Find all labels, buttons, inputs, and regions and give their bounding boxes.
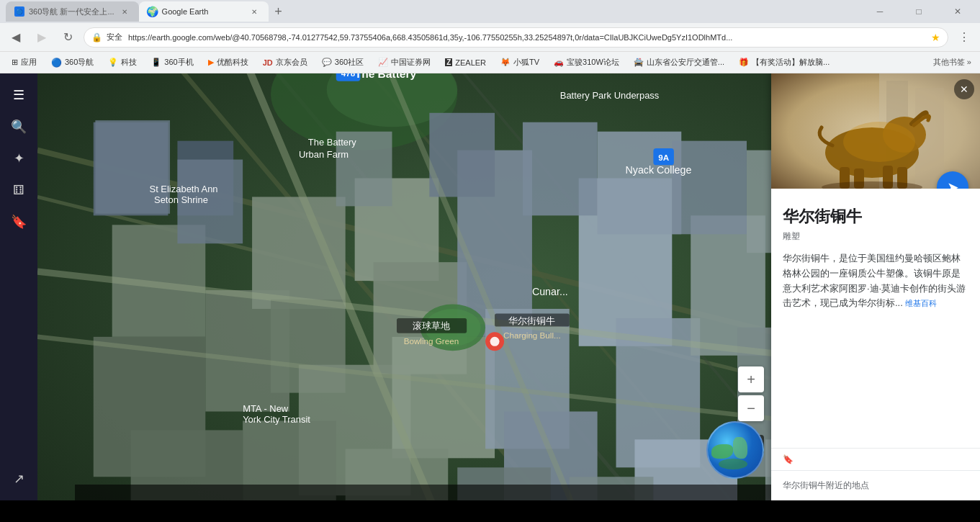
close-icon: ✕ [960,84,968,95]
tab-favicon-earth: 🌍 [148,6,158,17]
bookmark-baojun[interactable]: 🚗 宝骏310W论坛 [548,55,625,71]
tab-close-inactive[interactable]: ✕ [119,6,130,17]
bookmark-favicon-tech: 💡 [108,58,118,67]
sidebar-search-button[interactable]: 🔍 [6,114,32,140]
sidebar-layers-button[interactable]: ⚅ [6,177,32,203]
address-text: https://earth.google.com/web/@40.7056879… [128,33,927,42]
bookmark-favicon-zealer: Z [445,58,452,66]
sidebar-navigate-button[interactable]: ✦ [6,145,32,171]
info-source-link[interactable]: 维基百科 [905,299,937,307]
maximize-button[interactable]: □ [902,0,935,23]
svg-text:Bowling Green: Bowling Green [404,336,459,346]
bookmark-activity[interactable]: 🎁 【有奖活动】解放脑... [733,55,835,71]
sidebar-bookmark-button[interactable]: 🔖 [6,209,32,235]
bookmark-foxytv[interactable]: 🦊 小狐TV [495,55,545,71]
map-controls: + − [738,366,764,421]
nav-bar: ◀ ▶ ↻ 🔒 安全 https://earth.google.com/web/… [0,23,980,52]
send-icon: ➤ [947,179,959,189]
bookmark-360community[interactable]: 💬 360社区 [316,55,369,71]
bookmark-favicon-360nav: 🔵 [51,58,62,68]
bookmark-favicon-youku: ▶ [208,58,214,67]
bookmark-label-youku: 优酷科技 [217,57,248,68]
map-area[interactable]: 478 9A The Battery Battery Park Underpas… [37,73,980,500]
bookmark-360nav[interactable]: 🔵 360导航 [45,55,99,71]
more-bookmarks-label: 其他书签 [933,58,965,66]
info-subtitle: 雕塑 [783,230,968,243]
bookmark-favicon-community: 💬 [322,58,332,67]
svg-text:The Battery: The Battery [308,137,356,148]
title-bar: 🔵 360导航 新一代安全上... ✕ 🌍 Google Earth ✕ + ─… [0,0,980,23]
svg-text:华尔街铜牛: 华尔街铜牛 [508,315,555,326]
more-bookmarks[interactable]: 其他书签 » [930,57,974,68]
svg-text:Urban Farm: Urban Farm [299,149,349,160]
svg-text:Nyack College: Nyack College [626,164,692,176]
address-bar[interactable]: 🔒 安全 https://earth.google.com/web/@40.70… [84,27,948,48]
refresh-button[interactable]: ↻ [58,27,78,48]
svg-rect-15 [252,197,346,309]
bookmark-label-zealer: ZEALER [455,58,486,67]
main-content: ☰ 🔍 ✦ ⚅ 🔖 ↗ [0,73,980,500]
bookmark-favicon-foxytv: 🦊 [500,58,511,67]
bookmark-label-activity: 【有奖活动】解放脑... [752,57,830,68]
bookmark-label-apps: 应用 [21,57,37,68]
info-title: 华尔街铜牛 [783,206,968,228]
svg-text:9A: 9A [658,153,669,162]
bookmark-tech[interactable]: 💡 科技 [102,55,143,71]
bookmark-youku[interactable]: ▶ 优酷科技 [202,55,254,71]
zoom-out-button[interactable]: − [738,395,764,421]
tab-label-inactive: 360导航 新一代安全上... [29,6,114,17]
nearby-section[interactable]: 华尔街铜牛附近的地点 [771,470,980,500]
svg-text:滚球草地: 滚球草地 [413,320,450,331]
bookmark-star-icon[interactable]: ★ [931,32,940,43]
info-actions: 🔖 [771,448,980,470]
svg-text:Cunar...: Cunar... [532,286,568,297]
browser-chrome: 🔵 360导航 新一代安全上... ✕ 🌍 Google Earth ✕ + ─… [0,0,980,73]
bookmark-label-police: 山东省公安厅交通管... [647,57,724,68]
tab-inactive-360[interactable]: 🔵 360导航 新一代安全上... ✕ [6,1,139,22]
bookmark-action-button[interactable]: 🔖 [783,454,794,464]
bookmark-apps[interactable]: ⊞ 应用 [6,55,42,71]
bookmark-icon-apps: ⊞ [12,58,18,67]
svg-point-85 [843,122,915,162]
close-button[interactable]: ✕ [941,0,974,23]
bookmark-police[interactable]: 🚔 山东省公安厅交通管... [628,55,730,71]
svg-rect-33 [523,122,598,216]
bookmark-favicon-stock: 📈 [378,58,388,67]
bookmark-label-tech: 科技 [121,57,137,68]
bookmark-action-icon: 🔖 [783,454,794,464]
bookmark-zealer[interactable]: Z ZEALER [439,55,492,71]
back-button[interactable]: ◀ [6,27,26,48]
info-description: 华尔街铜牛，是位于美国纽约曼哈顿区鲍林格林公园的一座铜质公牛塑像。该铜牛原是意大… [783,251,968,311]
forward-button[interactable]: ▶ [32,27,52,48]
svg-rect-35 [672,141,747,235]
tab-label-active: Google Earth [162,7,209,16]
bookmark-label-foxytv: 小狐TV [513,57,539,68]
svg-point-50 [490,337,500,346]
bookmark-stockmarket[interactable]: 📈 中国证券网 [372,55,436,71]
secure-label: 安全 [107,32,122,42]
sidebar-share-button[interactable]: ↗ [6,466,32,492]
minimize-button[interactable]: ─ [863,0,896,23]
zoom-in-button[interactable]: + [738,366,764,392]
mini-globe[interactable] [706,421,764,479]
tab-active-earth[interactable]: 🌍 Google Earth ✕ [139,1,269,22]
bookmark-jd[interactable]: JD 京东会员 [257,55,313,71]
extensions-button[interactable]: ⋮ [954,27,974,48]
bookmark-label-jd: 京东会员 [276,57,307,68]
bookmarks-bar: ⊞ 应用 🔵 360导航 💡 科技 📱 360手机 ▶ 优酷科技 JD 京东会员… [0,52,980,73]
bookmark-label-stock: 中国证券网 [391,57,431,68]
bookmark-label-baojun: 宝骏310W论坛 [567,57,619,68]
sidebar-menu-button[interactable]: ☰ [6,82,32,108]
bookmark-favicon-360mobile: 📱 [151,58,161,67]
tabs-container: 🔵 360导航 新一代安全上... ✕ 🌍 Google Earth ✕ + [6,1,860,22]
close-panel-button[interactable]: ✕ [954,79,974,99]
tab-favicon-360: 🔵 [14,6,24,17]
new-tab-button[interactable]: + [269,1,289,22]
tab-close-active[interactable]: ✕ [248,6,260,17]
window-controls: ─ □ ✕ [863,0,974,23]
bookmark-360mobile[interactable]: 📱 360手机 [145,55,199,71]
nearby-label: 华尔街铜牛附近的地点 [783,480,968,492]
svg-text:York City Transit: York City Transit [243,414,310,425]
bookmark-favicon-jd: JD [263,58,273,67]
info-panel: ✕ ➤ 华尔街铜牛 雕塑 华尔街铜牛，是位于美国纽约曼哈顿区鲍林格林公园的一座铜… [771,73,980,500]
